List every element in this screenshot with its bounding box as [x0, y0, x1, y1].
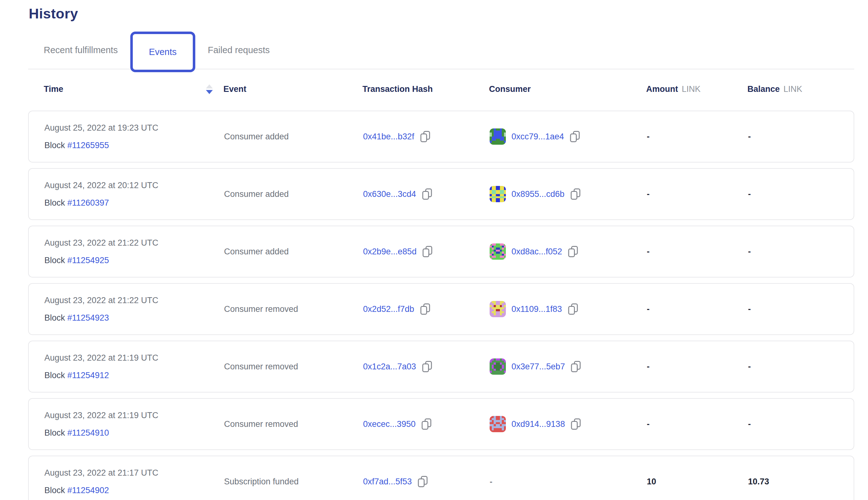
row-amount: - [647, 419, 748, 429]
row-time-cell: August 23, 2022 at 21:22 UTC Block #1125… [44, 238, 224, 265]
consumer-avatar [490, 416, 506, 432]
table-row: August 25, 2022 at 19:23 UTC Block #1126… [28, 111, 854, 162]
row-amount: - [647, 362, 748, 372]
row-time-cell: August 23, 2022 at 21:17 UTC Block #1125… [44, 468, 224, 495]
tab-events[interactable]: Events [130, 32, 195, 72]
consumer-address-link[interactable]: 0xd914...9138 [512, 419, 565, 429]
consumer-avatar [490, 359, 506, 375]
tab-recent-fulfillments[interactable]: Recent fulfillments [44, 45, 118, 55]
column-header-transaction-hash: Transaction Hash [363, 84, 489, 94]
copy-icon[interactable] [570, 130, 580, 143]
consumer-address-link[interactable]: 0x1109...1f83 [512, 304, 562, 314]
transaction-hash-link[interactable]: 0xecec...3950 [363, 419, 415, 429]
row-date: August 23, 2022 at 21:22 UTC [44, 295, 224, 305]
row-consumer-cell: - [490, 477, 647, 487]
tab-failed-requests[interactable]: Failed requests [208, 45, 270, 55]
history-page: History Recent fulfillments Events Faile… [0, 0, 868, 500]
consumer-address-link[interactable]: 0x8955...cd6b [512, 189, 564, 199]
tab-bar: Recent fulfillments Events Failed reques… [28, 31, 854, 69]
consumer-address-link[interactable]: 0xd8ac...f052 [512, 247, 562, 257]
block-number-link[interactable]: #11265955 [68, 141, 109, 150]
row-balance: - [748, 304, 854, 314]
transaction-hash-link[interactable]: 0x630e...3cd4 [363, 189, 416, 199]
balance-unit-label: LINK [784, 84, 802, 94]
row-balance: - [748, 362, 854, 372]
row-transaction-hash-cell: 0xecec...3950 [363, 418, 490, 430]
block-label: Block [44, 428, 65, 438]
copy-icon[interactable] [570, 188, 581, 200]
row-amount: 10 [647, 477, 748, 487]
consumer-address-link[interactable]: 0x3e77...5eb7 [512, 362, 565, 372]
row-transaction-hash-cell: 0x1c2a...7a03 [363, 361, 490, 373]
transaction-hash-link[interactable]: 0x2d52...f7db [363, 304, 414, 314]
row-transaction-hash-cell: 0xf7ad...5f53 [363, 476, 490, 488]
block-number-link[interactable]: #11254912 [68, 371, 109, 380]
row-transaction-hash-cell: 0x2d52...f7db [363, 303, 490, 315]
row-transaction-hash-cell: 0x630e...3cd4 [363, 188, 490, 200]
row-balance: 10.73 [748, 477, 854, 487]
sort-icon[interactable] [206, 84, 213, 94]
row-consumer-cell: 0xd914...9138 [490, 416, 647, 432]
page-title: History [29, 5, 854, 22]
row-date: August 23, 2022 at 21:19 UTC [44, 410, 224, 420]
transaction-hash-link[interactable]: 0x1c2a...7a03 [363, 362, 416, 372]
block-number-link[interactable]: #11254925 [68, 255, 109, 265]
table-row: August 23, 2022 at 21:22 UTC Block #1125… [28, 283, 854, 335]
row-event: Consumer added [224, 189, 363, 199]
row-consumer-cell: 0x1109...1f83 [490, 301, 647, 317]
copy-icon[interactable] [568, 303, 578, 315]
row-event: Consumer added [224, 132, 363, 141]
copy-icon[interactable] [571, 418, 581, 430]
row-event: Subscription funded [224, 477, 363, 487]
copy-icon[interactable] [568, 246, 578, 258]
row-consumer-cell: 0x8955...cd6b [490, 186, 647, 202]
row-balance: - [748, 247, 854, 257]
transaction-hash-link[interactable]: 0x2b9e...e85d [363, 247, 416, 257]
block-label: Block [44, 255, 65, 265]
column-header-amount: Amount LINK [646, 84, 747, 94]
column-header-event: Event [224, 84, 363, 94]
copy-icon[interactable] [422, 361, 432, 373]
row-consumer-cell: 0x3e77...5eb7 [490, 359, 647, 375]
table-header: Time Event Transaction Hash Consumer Amo… [28, 82, 854, 95]
copy-icon[interactable] [571, 361, 581, 373]
sort-desc-icon [206, 90, 213, 94]
block-number-link[interactable]: #11254902 [68, 486, 109, 495]
block-number-link[interactable]: #11260397 [68, 198, 109, 207]
row-event: Consumer added [224, 247, 363, 257]
consumer-address-link[interactable]: 0xcc79...1ae4 [512, 132, 564, 141]
block-number-link[interactable]: #11254910 [68, 428, 109, 438]
row-date: August 24, 2022 at 20:12 UTC [44, 180, 224, 190]
row-balance: - [748, 189, 854, 199]
column-header-balance: Balance LINK [747, 84, 854, 94]
table-row: August 24, 2022 at 20:12 UTC Block #1126… [28, 168, 854, 220]
copy-icon[interactable] [422, 188, 432, 200]
row-date: August 23, 2022 at 21:19 UTC [44, 353, 224, 363]
row-time-cell: August 24, 2022 at 20:12 UTC Block #1126… [44, 180, 224, 208]
column-header-time[interactable]: Time [44, 84, 224, 94]
copy-icon[interactable] [420, 303, 431, 315]
row-consumer-cell: 0xd8ac...f052 [490, 243, 647, 260]
row-transaction-hash-cell: 0x41be...b32f [363, 130, 490, 143]
copy-icon[interactable] [422, 246, 433, 258]
amount-unit-label: LINK [682, 84, 700, 94]
copy-icon[interactable] [418, 476, 428, 488]
block-label: Block [44, 198, 65, 207]
copy-icon[interactable] [420, 130, 431, 143]
sort-asc-icon [206, 84, 213, 89]
table-row: August 23, 2022 at 21:19 UTC Block #1125… [28, 341, 854, 393]
block-label: Block [44, 486, 65, 495]
transaction-hash-link[interactable]: 0xf7ad...5f53 [363, 477, 412, 487]
row-date: August 23, 2022 at 21:17 UTC [44, 468, 224, 478]
consumer-avatar [490, 301, 506, 317]
transaction-hash-link[interactable]: 0x41be...b32f [363, 132, 414, 141]
block-label: Block [44, 371, 65, 380]
row-amount: - [647, 247, 748, 257]
block-number-link[interactable]: #11254923 [68, 313, 109, 322]
row-time-cell: August 23, 2022 at 21:22 UTC Block #1125… [44, 295, 224, 323]
consumer-avatar [490, 186, 506, 202]
row-consumer-cell: 0xcc79...1ae4 [490, 128, 647, 145]
copy-icon[interactable] [421, 418, 432, 430]
column-header-consumer: Consumer [489, 84, 646, 94]
row-amount: - [647, 189, 748, 199]
